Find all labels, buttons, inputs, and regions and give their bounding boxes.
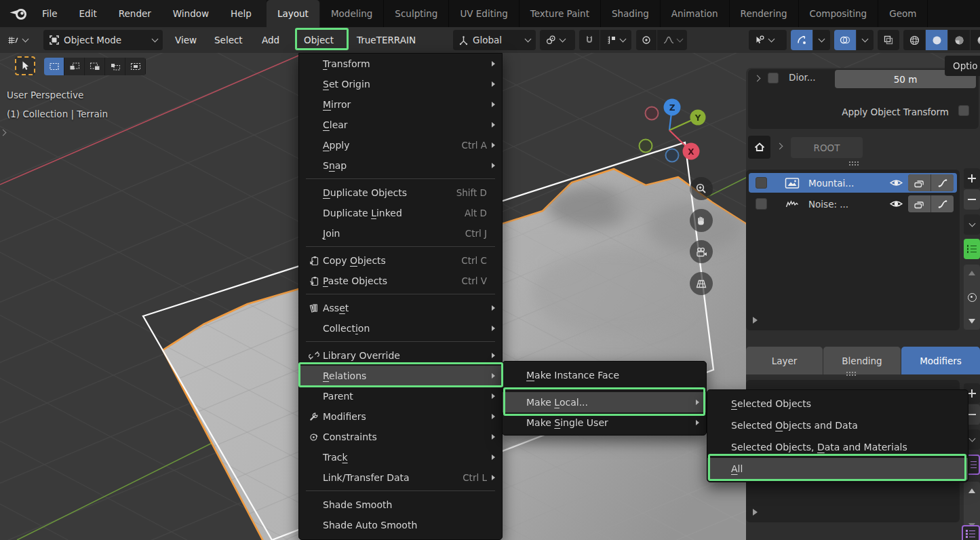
menu-add[interactable]: Add: [252, 30, 289, 50]
tab-layer[interactable]: Layer: [746, 347, 823, 374]
shading-material-button[interactable]: [948, 30, 970, 50]
menu-edit[interactable]: Edit: [68, 0, 108, 27]
tweak-select-tool-button[interactable]: [15, 56, 35, 75]
menu-item-make-instance-face[interactable]: Make Instance Face: [503, 365, 706, 385]
workspace-tab-layout[interactable]: Layout: [267, 0, 320, 27]
move-up-icon[interactable]: [968, 488, 975, 493]
menu-trueterrain[interactable]: TrueTERRAIN: [347, 30, 425, 50]
menu-file[interactable]: File: [31, 0, 68, 27]
menu-item-constraints[interactable]: Constraints: [299, 427, 502, 447]
camera-view-button[interactable]: [690, 240, 713, 263]
proportional-falloff-selector[interactable]: [657, 30, 687, 50]
select-mode-extend-button[interactable]: [64, 58, 85, 75]
select-mode-invert-button[interactable]: [105, 58, 125, 75]
menu-item-clear[interactable]: Clear: [299, 115, 502, 135]
menu-item-apply[interactable]: ApplyCtrl A: [299, 135, 502, 155]
select-mode-subtract-button[interactable]: [85, 58, 105, 75]
item-checkbox[interactable]: [756, 177, 767, 189]
menu-item-duplicate-objects[interactable]: Duplicate ObjectsShift D: [299, 182, 502, 203]
home-button[interactable]: [748, 136, 770, 159]
move-down-icon[interactable]: [968, 319, 975, 324]
gizmos-toggle[interactable]: [791, 30, 812, 50]
menu-item-copy-objects[interactable]: Copy ObjectsCtrl C: [299, 250, 502, 271]
menu-item-parent[interactable]: Parent: [299, 386, 502, 406]
menu-select[interactable]: Select: [205, 30, 252, 50]
menu-view[interactable]: View: [165, 30, 206, 50]
breadcrumb-root-button[interactable]: ROOT: [791, 137, 863, 158]
menu-item-set-origin[interactable]: Set Origin: [299, 74, 502, 94]
mode-selector[interactable]: Object Mode: [43, 30, 163, 50]
workspace-tab-texture-paint[interactable]: Texture Paint: [520, 0, 601, 27]
menu-item-library-override[interactable]: Library Override: [299, 345, 502, 366]
panel-expand-icon[interactable]: [753, 317, 758, 324]
list-item[interactable]: Mountai...: [749, 173, 957, 193]
list-item[interactable]: Noise: ...: [749, 194, 957, 214]
menu-object[interactable]: Object: [294, 30, 343, 50]
menu-item-selected-objects[interactable]: Selected Objects: [707, 393, 968, 414]
duplicate-layer-button[interactable]: [908, 174, 930, 191]
move-up-icon[interactable]: [968, 271, 975, 275]
workspace-tab-geometry-nodes[interactable]: Geom: [878, 0, 928, 27]
shading-rendered-button[interactable]: [971, 30, 980, 50]
gizmo-axis-neg-x[interactable]: [646, 107, 659, 120]
item-checkbox[interactable]: [756, 198, 767, 210]
zoom-button[interactable]: [690, 177, 713, 200]
remove-layer-button[interactable]: [964, 189, 980, 210]
menu-item-duplicate-linked[interactable]: Duplicate LinkedAlt D: [299, 203, 502, 223]
menu-item-selected-objects-and-data[interactable]: Selected Objects and Data: [707, 414, 968, 436]
pivot-point-selector[interactable]: [540, 30, 575, 50]
snap-toggle-button[interactable]: [579, 30, 600, 50]
menu-item-transform[interactable]: Transform: [299, 54, 502, 74]
select-mode-intersect-button[interactable]: [125, 58, 146, 75]
menu-item-track[interactable]: Track: [299, 447, 502, 467]
target-icon[interactable]: [968, 293, 977, 302]
noodle-link-button[interactable]: [931, 195, 954, 212]
menu-item-collection[interactable]: Collection: [299, 318, 502, 339]
menu-item-modifiers[interactable]: Modifiers: [299, 406, 502, 427]
overlays-dropdown[interactable]: [857, 30, 874, 50]
gizmo-axis-neg-z[interactable]: [666, 149, 679, 162]
sidebar-toggle-icon[interactable]: [1, 126, 5, 137]
menu-item-paste-objects[interactable]: Paste ObjectsCtrl V: [299, 271, 502, 291]
menu-item-shade-smooth[interactable]: Shade Smooth: [299, 495, 502, 515]
property-checkbox[interactable]: [768, 73, 779, 83]
editor-type-button[interactable]: [7, 30, 28, 50]
list-mode-purple-button[interactable]: [962, 525, 980, 540]
panel-expand-icon[interactable]: [753, 509, 758, 516]
apply-object-transform-checkbox[interactable]: [958, 105, 969, 116]
workspace-tab-rendering[interactable]: Rendering: [730, 0, 799, 27]
workspace-tab-shading[interactable]: Shading: [601, 0, 661, 27]
expand-caret-icon[interactable]: [754, 75, 761, 82]
tab-blending[interactable]: Blending: [823, 347, 901, 374]
tool-options-button[interactable]: Optio: [945, 56, 980, 76]
workspace-tab-modeling[interactable]: Modeling: [320, 0, 384, 27]
menu-item-shade-auto-smooth[interactable]: Shade Auto Smooth: [299, 515, 502, 535]
workspace-tab-uv-editing[interactable]: UV Editing: [449, 0, 519, 27]
menu-item-asset[interactable]: Asset: [299, 298, 502, 318]
pan-button[interactable]: [690, 209, 713, 232]
workspace-tab-compositing[interactable]: Compositing: [799, 0, 879, 27]
eye-icon[interactable]: [889, 178, 903, 188]
snap-target-selector[interactable]: [600, 30, 631, 50]
view-navigation-gizmo[interactable]: Z Y X: [627, 88, 716, 170]
overlays-toggle[interactable]: [834, 30, 856, 50]
menu-item-all[interactable]: All: [707, 458, 968, 480]
xray-toggle[interactable]: [878, 30, 899, 50]
menu-help[interactable]: Help: [220, 0, 262, 27]
menu-item-link-transfer-data[interactable]: Link/Transfer DataCtrl L: [299, 467, 502, 488]
add-layer-button[interactable]: [964, 168, 980, 189]
menu-item-join[interactable]: JoinCtrl J: [299, 223, 502, 244]
transform-orientation-selector[interactable]: Global: [453, 30, 536, 50]
menu-item-relations[interactable]: Relations: [299, 366, 502, 386]
menu-item-make-single-user[interactable]: Make Single User: [503, 412, 706, 433]
proportional-editing-toggle[interactable]: [636, 30, 656, 50]
workspace-tab-animation[interactable]: Animation: [661, 0, 730, 27]
select-mode-set-button[interactable]: [44, 58, 64, 75]
gizmo-axis-neg-y[interactable]: [640, 140, 652, 153]
workspace-tab-sculpting[interactable]: Sculpting: [384, 0, 449, 27]
orthographic-toggle-button[interactable]: [690, 272, 713, 295]
shading-solid-button[interactable]: [926, 30, 947, 50]
menu-render[interactable]: Render: [108, 0, 162, 27]
menu-item-make-local[interactable]: Make Local...: [503, 392, 706, 412]
noodle-link-button[interactable]: [931, 174, 954, 191]
